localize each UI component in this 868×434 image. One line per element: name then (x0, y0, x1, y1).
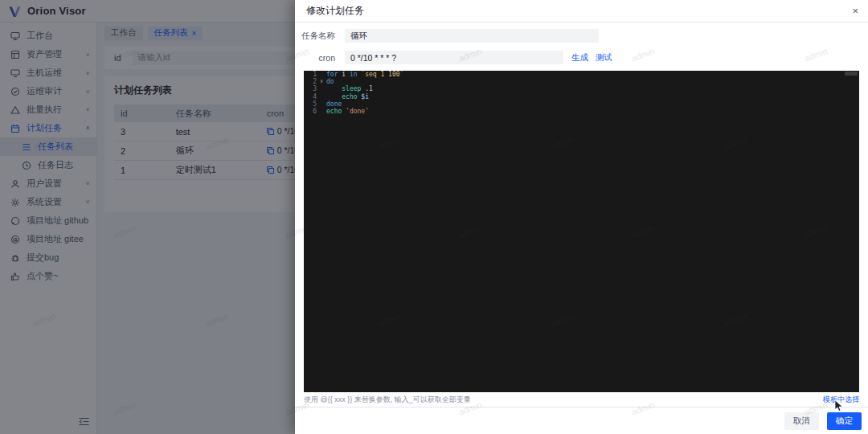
code-line: 1for i in `seq 1 100` (304, 71, 859, 78)
code-line: 4 echo $i (304, 93, 859, 100)
edit-task-drawer: 修改计划任务 × 任务名称 循环 执行主机 选择主机 cron 0 */10 *… (295, 0, 868, 434)
cancel-button[interactable]: 取消 (784, 412, 819, 430)
code-line: 2∨do (304, 78, 859, 85)
code-line: 6echo 'done' (304, 108, 859, 115)
 (317, 100, 326, 108)
drawer-title: 修改计划任务 (306, 4, 852, 18)
template-select-link[interactable]: 模板中选择 (823, 395, 859, 405)
cron-input[interactable]: 0 */10 * * * ? (345, 51, 563, 64)
ok-button[interactable]: 确定 (827, 412, 862, 430)
 (317, 93, 326, 100)
task-name-row: 任务名称 循环 (301, 29, 599, 43)
cron-generate-link[interactable]: 生成 (571, 52, 588, 63)
app-root: Orion Visor 工作台资产管理∨主机运维∨运维审计∨批量执行∨计划任务∧… (0, 0, 868, 434)
editor-hint-text: 使用 @{{ xxx }} 来替换参数, 输入_可以获取全部变量 (304, 395, 471, 405)
 (317, 85, 326, 92)
close-icon[interactable]: × (852, 6, 858, 16)
 (317, 71, 326, 78)
code-line: 5done (304, 100, 859, 108)
script-editor[interactable]: 1for i in `seq 1 100`2∨do3 sleep .14 ech… (304, 71, 859, 392)
task-name-label: 任务名称 (301, 31, 335, 42)
modal-mask[interactable] (0, 0, 295, 434)
fold-arrow-icon: ∨ (317, 78, 326, 85)
drawer-footer: 取消 确定 (295, 407, 868, 434)
cron-row: cron 0 */10 * * * ? 生成 测试 (301, 51, 639, 64)
cron-label: cron (301, 53, 335, 63)
code-line: 3 sleep .1 (304, 85, 859, 92)
drawer-header: 修改计划任务 × (295, 0, 868, 23)
 (317, 108, 326, 115)
cron-test-link[interactable]: 测试 (596, 52, 612, 63)
editor-hint-row: 使用 @{{ xxx }} 来替换参数, 输入_可以获取全部变量 模板中选择 (304, 395, 859, 405)
task-name-input[interactable]: 循环 (345, 29, 599, 43)
minimap-slider[interactable] (845, 72, 858, 76)
